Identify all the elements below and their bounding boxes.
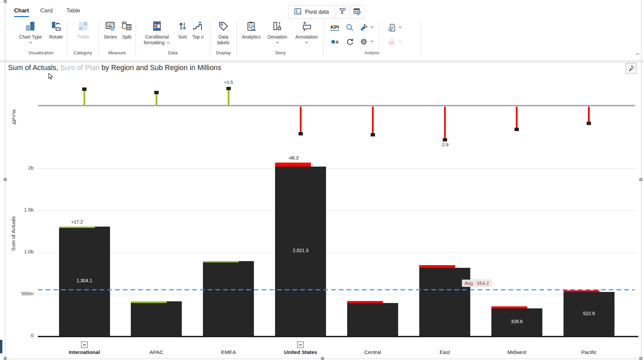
top-n-icon — [190, 19, 206, 33]
svg-text:PDF: PDF — [389, 42, 394, 44]
deviation-value-label: -2.8 — [435, 142, 455, 147]
rotate-button[interactable]: Rotate — [46, 19, 66, 40]
button-label: Sort — [175, 34, 190, 40]
title-rest: by Region and Sub Region in Millions — [99, 64, 221, 72]
settings-icon[interactable] — [358, 36, 369, 47]
bar-central[interactable] — [347, 303, 398, 336]
group-separator — [136, 19, 136, 56]
variance-data-label: +17.2 — [57, 219, 97, 225]
refresh-icon[interactable] — [344, 36, 355, 47]
top-n-button[interactable]: Top n — [190, 19, 206, 40]
paint-icon[interactable] — [358, 22, 369, 33]
deviation-pin[interactable] — [372, 107, 374, 135]
svg-text:A: A — [335, 40, 339, 45]
deviation-icon — [265, 19, 290, 33]
category-label-central: Central — [336, 349, 410, 355]
deviation-pin-cap — [154, 91, 159, 94]
resize-handle-left[interactable] — [4, 178, 7, 181]
plan-variance-stripe-positive — [203, 261, 239, 262]
kpi-icon[interactable]: KPI — [329, 22, 340, 33]
chevron-down-icon[interactable] — [398, 25, 402, 31]
window-edge-accent — [0, 340, 2, 353]
chevron-down-icon[interactable] — [370, 39, 374, 45]
tab-chart[interactable]: Chart — [14, 7, 29, 17]
annotation-button[interactable]: Annotation — [292, 19, 321, 46]
bar-emea[interactable] — [203, 261, 254, 336]
series-button[interactable]: Series — [102, 19, 119, 40]
analytics-button[interactable]: Analytics — [239, 19, 263, 40]
tab-card[interactable]: Card — [40, 7, 53, 16]
deviation-pin[interactable] — [516, 107, 518, 130]
bar-east[interactable] — [419, 268, 470, 336]
deviation-pin[interactable] — [444, 107, 446, 140]
series-icon — [102, 19, 119, 33]
chart-type-button[interactable]: Chart Type — [16, 19, 45, 46]
split-button[interactable]: Split — [119, 19, 135, 40]
plan-variance-stripe-positive — [59, 227, 95, 228]
plan-variance-stripe-negative — [491, 306, 527, 308]
deviation-pin-cap — [371, 133, 375, 136]
resize-handle-bottom[interactable] — [321, 357, 324, 360]
bar-value-label: 328.6 — [497, 319, 537, 324]
split-icon — [119, 19, 135, 33]
deviation-pin[interactable] — [228, 88, 229, 106]
y-axis-tick-label: 1.0b — [9, 249, 34, 254]
chevron-down-icon — [265, 40, 290, 46]
deviation-pin[interactable] — [84, 88, 85, 106]
tab-table[interactable]: Table — [66, 7, 80, 16]
collapse-ribbon-chevron-icon[interactable] — [635, 51, 641, 58]
data-labels-icon — [214, 19, 233, 33]
deviation-button[interactable]: Deviation — [265, 19, 290, 46]
resize-handle-top-left[interactable] — [4, 0, 7, 3]
deviation-pin-cap — [82, 87, 87, 91]
pdf-export-icon: PDF — [386, 36, 397, 47]
title-actuals: Sum of Actuals, — [8, 64, 58, 72]
gridline — [38, 168, 635, 169]
resize-handle-bottom-right[interactable] — [639, 357, 642, 360]
button-label: Top n — [190, 34, 206, 40]
variance-data-label: -46.3 — [273, 155, 313, 161]
mouse-cursor — [48, 73, 55, 80]
group-label-actions: Actions — [345, 50, 399, 55]
ribbon-divider — [0, 60, 644, 63]
chart-type-icon — [16, 19, 45, 33]
doc-settings-icon[interactable] — [386, 22, 397, 33]
deviation-pin[interactable] — [300, 107, 302, 134]
sort-icon — [175, 19, 190, 33]
plan-variance-stripe-negative — [347, 301, 383, 303]
gridline — [38, 210, 635, 211]
button-label: Rotate — [46, 34, 66, 40]
pivot-data-button[interactable]: Pivot data — [288, 5, 334, 19]
filter-settings-button[interactable] — [336, 5, 349, 19]
category-label-east: East — [408, 349, 482, 355]
pin-chart-button[interactable] — [626, 63, 636, 73]
group-separator — [378, 21, 379, 50]
search-icon[interactable] — [344, 22, 355, 33]
x-axis-line — [38, 336, 638, 337]
resize-handle-right[interactable] — [639, 178, 642, 181]
chevron-down-icon — [398, 39, 402, 45]
ribbon: ChartCardTable Pivot data VisualizationC… — [5, 1, 641, 60]
chevron-down-icon[interactable] — [370, 25, 374, 31]
data-labels-button[interactable]: Data labels — [214, 19, 233, 46]
button-label: Annotation — [292, 34, 321, 40]
average-line — [38, 289, 635, 290]
group-separator — [237, 19, 237, 56]
plan-variance-stripe-positive — [131, 301, 167, 303]
conditional-formatting-button[interactable]: Conditional formatting — [140, 19, 174, 46]
bar-value-label: 522.9 — [569, 311, 609, 316]
edit-data-table-button[interactable] — [351, 5, 364, 19]
rotate-icon — [46, 19, 66, 33]
chevron-down-icon — [16, 40, 45, 46]
resize-handle-bottom-left[interactable] — [4, 357, 7, 360]
sort-button[interactable]: Sort — [175, 19, 190, 40]
plan-variance-stripe-negative — [564, 290, 599, 292]
button-label: Trellis — [72, 34, 94, 40]
collapse-category-button[interactable] — [81, 342, 88, 348]
collapse-category-button[interactable] — [297, 342, 304, 348]
label-circle-icon[interactable]: A — [329, 36, 340, 47]
bar-apac[interactable] — [131, 301, 182, 336]
trellis-button: Trellis — [72, 19, 94, 40]
deviation-pin-cap — [515, 128, 519, 131]
category-label-apac: APAC — [119, 349, 193, 355]
